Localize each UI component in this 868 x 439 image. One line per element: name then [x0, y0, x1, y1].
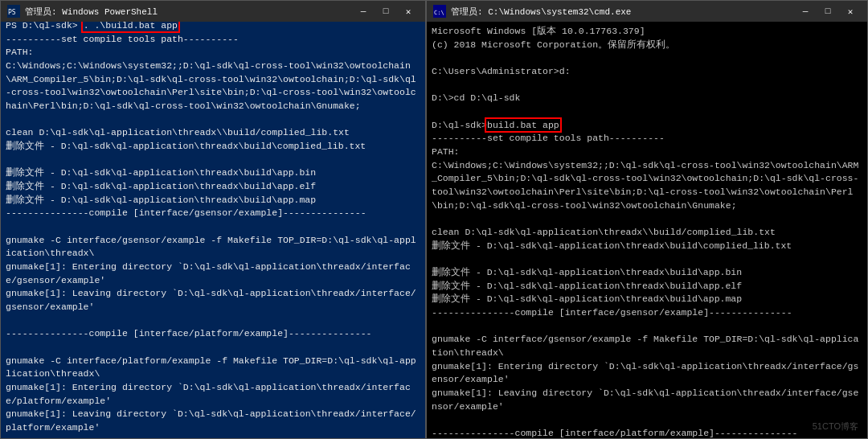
- terminal-line: 删除文件 - D:\ql-sdk\ql-application\threadx\…: [432, 280, 862, 293]
- terminal-line: PS D:\ql-sdk> . .\build.bat app: [6, 22, 420, 33]
- terminal-line: ---------------compile [interface/platfo…: [432, 427, 862, 438]
- terminal-line: gnumake[1]: Entering directory `D:\ql-sd…: [432, 360, 862, 387]
- ps-close-btn[interactable]: ✕: [398, 3, 419, 19]
- terminal-line: gnumake[1]: Leaving directory `D:\ql-sdk…: [432, 387, 862, 413]
- cmd-maximize-btn[interactable]: □: [817, 3, 838, 19]
- cmd-title-bar: C:\ 管理员: C:\Windows\system32\cmd.exe — □…: [427, 1, 867, 22]
- terminal-line: gnumake[1]: Leaving directory `D:\ql-sdk…: [6, 287, 420, 314]
- terminal-line: [432, 252, 862, 266]
- ps-title-bar: PS 管理员: Windows PowerShell — □ ✕: [1, 1, 425, 22]
- highlight-command: . .\build.bat app: [84, 22, 178, 31]
- ps-terminal-body[interactable]: PS D:\ql-sdk> . .\build.bat app---------…: [1, 22, 425, 438]
- terminal-line: gnumake -C interface/gsensor/example -f …: [6, 234, 420, 261]
- terminal-line: C:\Windows;C:\Windows\system32;;D:\ql-sd…: [432, 159, 862, 213]
- terminal-line: clean D:\ql-sdk\ql-application\threadx\\…: [6, 126, 420, 140]
- ps-window-controls: — □ ✕: [353, 3, 419, 19]
- terminal-line: [6, 154, 420, 167]
- terminal-line: 删除文件 - D:\ql-sdk\ql-application\threadx\…: [432, 293, 862, 306]
- terminal-line: gnumake[1]: Entering directory `D:\ql-sd…: [6, 381, 420, 408]
- svg-text:PS: PS: [8, 9, 16, 16]
- line-prefix: PS D:\ql-sdk>: [6, 22, 84, 31]
- terminal-line: 删除文件 - D:\ql-sdk\ql-application\threadx\…: [6, 194, 420, 207]
- terminal-line: 删除文件 - D:\ql-sdk\ql-application\threadx\…: [432, 240, 862, 253]
- terminal-line: [432, 51, 862, 65]
- terminal-line: ----------set compile tools path--------…: [6, 33, 420, 47]
- cmd-terminal-body[interactable]: Microsoft Windows [版本 10.0.17763.379](c)…: [427, 22, 867, 438]
- terminal-line: ---------------compile [interface/platfo…: [6, 327, 420, 341]
- terminal-line: (c) 2018 Microsoft Corporation。保留所有权利。: [432, 39, 862, 52]
- ps-title-text: 管理员: Windows PowerShell: [25, 6, 346, 18]
- terminal-line: ----------set compile tools path--------…: [432, 132, 862, 146]
- terminal-line: ---------------compile [interface/gsenso…: [432, 306, 862, 320]
- terminal-line: gnumake[1]: Entering directory `D:\ql-sd…: [6, 261, 420, 287]
- terminal-line: Microsoft Windows [版本 10.0.17763.379]: [432, 25, 862, 39]
- cmd-window: C:\ 管理员: C:\Windows\system32\cmd.exe — □…: [426, 0, 868, 439]
- terminal-line: [6, 113, 420, 127]
- terminal-line: gnumake -C interface/gsensor/example -f …: [432, 333, 862, 359]
- terminal-line: ---------------compile [interface/gsenso…: [6, 207, 420, 220]
- terminal-line: gnumake[1]: Leaving directory `D:\ql-sdk…: [6, 408, 420, 434]
- terminal-line: [6, 220, 420, 234]
- svg-text:C:\: C:\: [434, 10, 444, 16]
- terminal-line: 删除文件 - D:\ql-sdk\ql-application\threadx\…: [6, 166, 420, 180]
- terminal-line: gnumake -C interface/platform/example -f…: [6, 355, 420, 381]
- highlight-command: build.bat app: [487, 120, 559, 130]
- terminal-line: C:\Windows;C:\Windows\system32;;D:\ql-sd…: [6, 59, 420, 113]
- cmd-icon: C:\: [433, 5, 446, 18]
- ps-maximize-btn[interactable]: □: [375, 3, 396, 19]
- terminal-line: C:\Users\Administrator>d:: [432, 65, 862, 79]
- cmd-window-controls: — □ ✕: [795, 3, 861, 19]
- terminal-line: [432, 105, 862, 119]
- terminal-line: 删除文件 - D:\ql-sdk\ql-application\threadx\…: [6, 140, 420, 154]
- ps-minimize-btn[interactable]: —: [353, 3, 374, 19]
- cmd-minimize-btn[interactable]: —: [795, 3, 816, 19]
- terminal-line: [6, 341, 420, 355]
- terminal-line: [6, 314, 420, 328]
- terminal-line: [432, 413, 862, 427]
- terminal-line: 删除文件 - D:\ql-sdk\ql-application\threadx\…: [6, 180, 420, 194]
- terminal-line: [432, 212, 862, 226]
- terminal-line: [432, 320, 862, 334]
- terminal-line: D:\>cd D:\ql-sdk: [432, 92, 862, 105]
- terminal-line: PATH:: [432, 146, 862, 159]
- terminal-line: D:\ql-sdk>build.bat app: [432, 119, 862, 133]
- ps-icon: PS: [7, 5, 20, 18]
- cmd-title-text: 管理员: C:\Windows\system32\cmd.exe: [451, 6, 788, 18]
- terminal-line: PATH:: [6, 46, 420, 59]
- terminal-line: 删除文件 - D:\ql-sdk\ql-application\threadx\…: [432, 266, 862, 280]
- cmd-close-btn[interactable]: ✕: [840, 3, 861, 19]
- terminal-line: [432, 79, 862, 92]
- line-prefix: D:\ql-sdk>: [432, 120, 487, 130]
- powershell-window: PS 管理员: Windows PowerShell — □ ✕ PS D:\q…: [0, 0, 426, 439]
- terminal-line: clean D:\ql-sdk\ql-application\threadx\\…: [432, 226, 862, 240]
